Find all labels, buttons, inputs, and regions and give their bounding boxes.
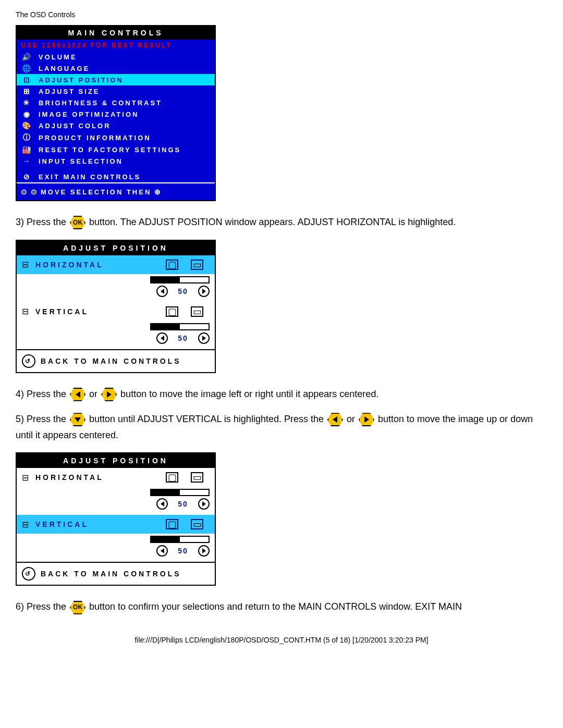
min-box-icon: ▢ [166, 472, 178, 483]
menu-item-label: RESET TO FACTORY SETTINGS [33, 146, 181, 154]
slider-bar[interactable] [150, 489, 210, 496]
adj-row-vertical[interactable]: ⊟VERTICAL▢▭ [17, 515, 215, 534]
adj-bar-row [17, 487, 215, 497]
adj-value-row: 50 [17, 285, 215, 302]
menu-item-label: INPUT SELECTION [33, 157, 123, 165]
osd-item-input-selection[interactable]: →INPUT SELECTION [17, 155, 215, 167]
max-box-icon: ▭ [191, 306, 203, 317]
osd-item-adjust-size[interactable]: ⊞ADJUST SIZE [17, 85, 215, 97]
left-button-icon [327, 413, 343, 426]
step-4-text-a: 4) Press the [16, 389, 66, 399]
adj2-header: ADJUST POSITION [17, 453, 215, 468]
osd-item-brightness-contrast[interactable]: ☀BRIGHTNESS & CONTRAST [17, 97, 215, 108]
menu-item-icon: ⊘ [21, 172, 33, 181]
osd-item-reset-to-factory-settings[interactable]: 🏭RESET TO FACTORY SETTINGS [17, 144, 215, 155]
min-box-icon: ▢ [166, 260, 178, 270]
right-button-icon [359, 413, 374, 426]
down-icon: ⊙ [21, 188, 29, 196]
max-box-icon: ▭ [191, 519, 203, 529]
menu-item-icon: ⊡ [21, 76, 33, 84]
menu-item-label: EXIT MAIN CONTROLS [33, 173, 141, 181]
menu-item-label: BRIGHTNESS & CONTRAST [33, 99, 162, 107]
left-button-icon [70, 388, 85, 401]
step-4-text-c: button to move the image left or right u… [120, 389, 378, 399]
increase-icon[interactable] [198, 545, 210, 557]
osd-item-adjust-position[interactable]: ⊡ADJUST POSITION [17, 74, 215, 85]
adj-row-icon: ⊟ [22, 520, 35, 529]
step-4: 4) Press the or button to move the image… [16, 386, 547, 402]
osd-item-product-information[interactable]: ⓘPRODUCT INFORMATION [17, 131, 215, 144]
adj-bar-row [17, 321, 215, 331]
adj-value: 50 [175, 500, 191, 508]
adj-row-horizontal[interactable]: ⊟HORIZONTAL▢▭ [17, 255, 215, 274]
slider-bar[interactable] [150, 323, 210, 330]
osd-item-exit-main-controls[interactable]: ⊘EXIT MAIN CONTROLS [17, 171, 215, 182]
increase-icon[interactable] [198, 498, 210, 510]
right-button-icon [101, 388, 117, 401]
max-box-icon: ▭ [191, 472, 203, 483]
slider-bar[interactable] [150, 276, 210, 283]
adj-value: 50 [175, 287, 191, 295]
adj1-back-label: BACK TO MAIN CONTROLS [41, 357, 181, 365]
osd-adjust-position-2: ADJUST POSITION ⊟HORIZONTAL▢▭50⊟VERTICAL… [16, 452, 216, 586]
menu-item-label: IMAGE OPTIMIZATION [33, 110, 139, 118]
decrease-icon[interactable] [156, 545, 168, 557]
menu-item-icon: 🎨 [21, 121, 33, 130]
min-box-icon: ▢ [166, 306, 178, 317]
decrease-icon[interactable] [156, 498, 168, 510]
adj2-back[interactable]: ↺ BACK TO MAIN CONTROLS [17, 562, 215, 585]
osd-item-adjust-color[interactable]: 🎨ADJUST COLOR [17, 120, 215, 131]
slider-bar[interactable] [150, 536, 210, 543]
ok-button-icon: OK [70, 601, 85, 614]
osd-main-footer: ⊙ ⊙ MOVE SELECTION THEN ⊛ [17, 182, 215, 200]
up-icon: ⊙ [31, 188, 39, 196]
adj-row-icon: ⊟ [22, 306, 35, 316]
osd-main-header: MAIN CONTROLS [17, 26, 215, 40]
menu-item-icon: 🌐 [21, 64, 33, 72]
decrease-icon[interactable] [156, 286, 168, 297]
step-5-text-a: 5) Press the [16, 414, 69, 424]
adj-row-vertical[interactable]: ⊟VERTICAL▢▭ [17, 302, 215, 321]
max-box-icon: ▭ [191, 260, 203, 270]
step-3-text-a: 3) Press the [16, 217, 69, 227]
menu-item-icon: → [21, 157, 33, 165]
step-5-text-b: button until ADJUST VERTICAL is highligh… [89, 414, 326, 424]
adj-row-label: VERTICAL [35, 307, 160, 316]
adj1-back[interactable]: ↺ BACK TO MAIN CONTROLS [17, 349, 215, 372]
osd-resolution-note: USE 1280x1024 FOR BEST RESULT [17, 40, 215, 51]
step-3-text-b: button. The ADJUST POSITION window appea… [89, 217, 456, 227]
adj-row-horizontal[interactable]: ⊟HORIZONTAL▢▭ [17, 468, 215, 487]
footer-file-path: file:///D|/Philips LCD/english/180P/OSD/… [16, 636, 547, 644]
ok-button-icon: OK [70, 216, 85, 229]
decrease-icon[interactable] [156, 332, 168, 344]
menu-item-label: ADJUST COLOR [33, 122, 111, 130]
increase-icon[interactable] [198, 332, 210, 344]
menu-item-label: PRODUCT INFORMATION [33, 134, 151, 142]
menu-item-icon: ⓘ [21, 133, 33, 142]
adj-row-icon: ⊟ [22, 473, 35, 483]
adj-value-row: 50 [17, 331, 215, 349]
step-3: 3) Press the OK button. The ADJUST POSIT… [16, 214, 547, 230]
min-box-icon: ▢ [166, 519, 178, 529]
adj2-back-label: BACK TO MAIN CONTROLS [41, 570, 181, 578]
adj1-header: ADJUST POSITION [17, 241, 215, 255]
adj-row-label: HORIZONTAL [35, 261, 160, 269]
step-6-text-a: 6) Press the [16, 601, 69, 612]
menu-item-icon: 🏭 [21, 145, 33, 154]
osd-item-language[interactable]: 🌐LANGUAGE [17, 63, 215, 74]
down-button-icon [70, 413, 85, 426]
osd-main-controls: MAIN CONTROLS USE 1280x1024 FOR BEST RES… [16, 25, 216, 201]
osd-item-volume[interactable]: 🔊VOLUME [17, 51, 215, 63]
back-icon: ↺ [22, 354, 35, 368]
osd-item-image-optimization[interactable]: ◉IMAGE OPTIMIZATION [17, 108, 215, 120]
back-icon: ↺ [22, 567, 35, 581]
step-4-text-b: or [89, 389, 100, 399]
menu-item-icon: ☀ [21, 98, 33, 107]
osd-footer-text: MOVE SELECTION THEN [41, 188, 151, 196]
adj-value: 50 [175, 547, 191, 555]
menu-item-label: ADJUST POSITION [33, 76, 124, 84]
menu-item-label: ADJUST SIZE [33, 88, 100, 95]
adj-row-icon: ⊟ [22, 260, 35, 269]
increase-icon[interactable] [198, 286, 210, 297]
step-6-text-b: button to confirm your selections and re… [89, 601, 462, 612]
